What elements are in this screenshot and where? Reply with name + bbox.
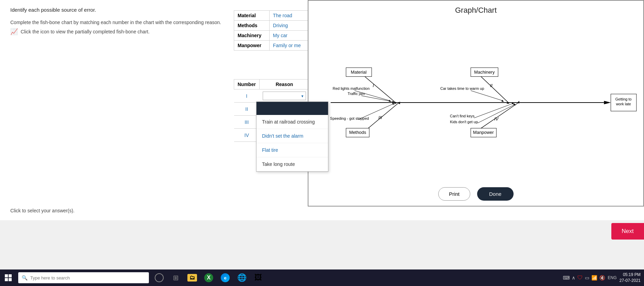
svg-text:Can't find keys: Can't find keys <box>450 114 475 118</box>
graph-buttons: Print Done <box>438 187 514 201</box>
next-button[interactable]: Next <box>611 223 644 240</box>
svg-text:Methods: Methods <box>349 130 366 135</box>
cat-label-manpower: Manpower <box>234 41 270 51</box>
taskbar-chrome-icon[interactable]: 🌐 <box>235 269 249 286</box>
svg-text:IV: IV <box>494 116 499 121</box>
clock-time: 05:19 PM <box>620 272 641 278</box>
taskbar-edge-icon[interactable]: e <box>218 269 232 286</box>
taskbar-file-explorer-icon[interactable]: 🗂 <box>185 269 199 286</box>
start-button[interactable] <box>0 269 17 286</box>
svg-text:III: III <box>378 115 382 120</box>
wifi-icon: 📶 <box>591 275 597 280</box>
taskbar-cortana-icon[interactable] <box>152 269 166 286</box>
cat-value-machinery: My car <box>269 31 309 41</box>
answer-prompt: Click to select your answer(s). <box>10 208 75 213</box>
row-reason-I[interactable]: Train at railroad crossing Didn't set th… <box>259 89 309 103</box>
dropdown-popup: Train at railroad crossing Didn't set th… <box>256 102 328 172</box>
clock-date: 27-07-2021 <box>620 278 641 284</box>
col-header-number: Number <box>234 80 260 89</box>
dropdown-option-alarm[interactable]: Didn't set the alarm <box>256 129 328 143</box>
language-indicator: ENG <box>608 275 617 280</box>
antivirus-icon: 🛡 <box>577 275 583 281</box>
svg-text:Kids don't get up: Kids don't get up <box>450 120 478 124</box>
table-row: Material The road <box>234 11 309 21</box>
col-header-reason: Reason <box>259 80 309 89</box>
windows-logo-icon <box>5 274 12 281</box>
search-icon: 🔍 <box>22 275 28 280</box>
row-number-I: I <box>234 89 260 103</box>
category-table: Material The road Methods Driving Machin… <box>234 10 309 51</box>
taskbar-system-tray: ⌨ ∧ 🛡 ▭ 📶 🔇 ENG 05:19 PM 27-07-2021 <box>563 272 644 284</box>
dropdown-option-flat[interactable]: Flat tire <box>256 143 328 157</box>
cat-value-material: The road <box>269 11 309 21</box>
svg-text:Getting to: Getting to <box>615 97 632 101</box>
taskbar: 🔍 ⊞ 🗂 X e 🌐 🖼 ⌨ ∧ � <box>0 269 644 286</box>
reason-select-I[interactable]: Train at railroad crossing Didn't set th… <box>263 92 306 100</box>
row-number-II: II <box>234 103 260 116</box>
svg-line-19 <box>361 96 394 102</box>
dropdown-option-long[interactable]: Take long route <box>256 157 328 171</box>
photos-icon: 🖼 <box>254 273 262 282</box>
search-bar[interactable]: 🔍 <box>18 272 149 283</box>
screen-icon: ▭ <box>585 275 589 280</box>
row-number-III: III <box>234 116 260 129</box>
graph-title: Graph/Chart <box>314 6 638 15</box>
svg-marker-26 <box>502 100 504 102</box>
excel-icon: X <box>204 273 213 282</box>
task-view-icon: ⊞ <box>173 274 179 282</box>
keyboard-icon: ⌨ <box>563 275 570 280</box>
svg-line-37 <box>474 103 513 118</box>
system-clock: 05:19 PM 27-07-2021 <box>620 272 641 284</box>
svg-line-25 <box>471 91 503 101</box>
dropdown-selected-value <box>256 102 328 115</box>
svg-text:Manpower: Manpower <box>473 130 494 135</box>
search-input[interactable] <box>30 275 145 280</box>
chart-icon[interactable]: 📈 <box>10 28 18 35</box>
done-button[interactable]: Done <box>477 187 513 201</box>
svg-text:Car takes time to warm up: Car takes time to warm up <box>440 86 484 91</box>
cat-value-manpower: Family or me <box>269 41 309 51</box>
svg-text:I: I <box>373 83 374 88</box>
print-button[interactable]: Print <box>438 187 470 201</box>
taskbar-excel-icon[interactable]: X <box>202 269 216 286</box>
svg-text:Material: Material <box>351 70 367 75</box>
row-number-IV: IV <box>234 129 260 142</box>
svg-text:Red lights malfunction: Red lights malfunction <box>333 86 370 91</box>
svg-line-34 <box>481 103 519 128</box>
cat-value-methods: Driving <box>269 21 309 31</box>
svg-text:Traffic jam: Traffic jam <box>348 92 365 96</box>
table-row: Methods Driving <box>234 21 309 31</box>
mute-icon: 🔇 <box>599 275 605 280</box>
table-row: Manpower Family or me <box>234 41 309 51</box>
svg-line-28 <box>368 103 399 128</box>
fish-bone-click-text: Click the icon to view the partially com… <box>21 29 150 34</box>
fishbone-diagram: Getting to work late Material Machinery … <box>314 20 638 185</box>
cat-label-methods: Methods <box>234 21 270 31</box>
cat-label-machinery: Machinery <box>234 31 270 41</box>
taskbar-task-view-icon[interactable]: ⊞ <box>169 269 183 286</box>
table-row: I Train at railroad crossing Didn't set … <box>234 89 309 103</box>
cat-label-material: Material <box>234 11 270 21</box>
taskbar-app-icons: ⊞ 🗂 X e 🌐 🖼 <box>152 269 265 286</box>
circle-icon <box>155 273 164 282</box>
svg-marker-41 <box>513 103 516 105</box>
svg-text:Speeding - got stopped: Speeding - got stopped <box>330 116 369 120</box>
dropdown-option-train[interactable]: Train at railroad crossing <box>256 115 328 129</box>
folder-icon: 🗂 <box>187 274 197 282</box>
svg-line-22 <box>481 76 508 103</box>
system-icons: ⌨ ∧ 🛡 ▭ 📶 🔇 <box>563 275 605 281</box>
svg-marker-1 <box>604 101 611 104</box>
edge-icon: e <box>221 273 230 282</box>
table-row: Machinery My car <box>234 31 309 41</box>
taskbar-photos-icon[interactable]: 🖼 <box>251 269 265 286</box>
graph-panel: Graph/Chart Getting to work late Materia… <box>308 0 644 206</box>
svg-text:Machinery: Machinery <box>474 70 495 75</box>
svg-text:II: II <box>490 83 493 88</box>
chrome-icon: 🌐 <box>237 273 247 282</box>
svg-text:work late: work late <box>615 102 631 106</box>
caret-up-icon[interactable]: ∧ <box>572 275 575 280</box>
category-table-area: Material The road Methods Driving Machin… <box>234 10 309 51</box>
main-content: Identify each possible source of error. … <box>0 0 644 220</box>
